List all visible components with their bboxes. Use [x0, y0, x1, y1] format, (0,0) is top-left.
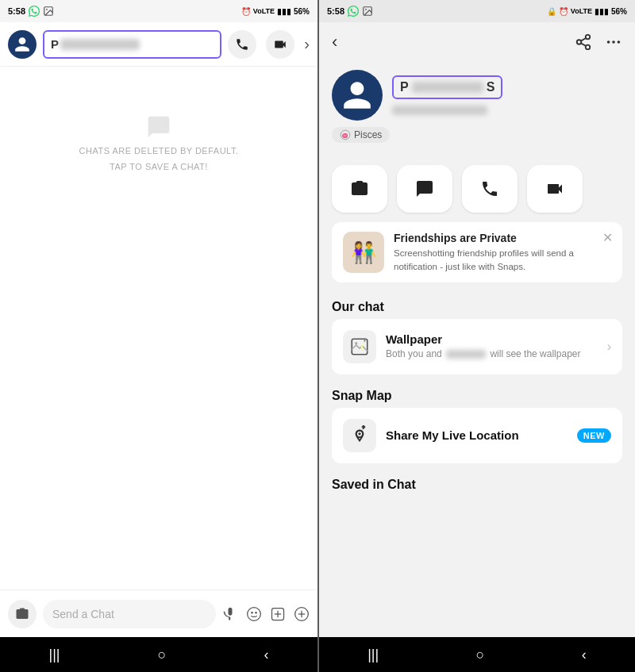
zodiac-icon: ♓: [340, 129, 351, 140]
action-video-icon: [545, 179, 564, 198]
profile-username-blur: [392, 106, 487, 115]
new-badge: NEW: [577, 428, 611, 443]
empty-chat-icon: [146, 114, 171, 140]
right-alarm-icon: ⏰: [559, 7, 568, 16]
right-lock-icon: 🔒: [547, 7, 556, 16]
chat-action-btn[interactable]: [397, 165, 452, 213]
right-nav-back-icon[interactable]: ‹: [582, 647, 587, 663]
right-status-left: 5:58: [327, 6, 373, 17]
mic-icon[interactable]: [222, 606, 238, 622]
profile-name-box: P S: [392, 75, 502, 99]
right-nav-home-icon[interactable]: ○: [476, 647, 485, 663]
right-gallery-icon: [362, 6, 373, 17]
right-signal: ▮▮▮: [595, 7, 609, 16]
wallpaper-sub-start: Both you and: [386, 348, 442, 359]
chat-input-placeholder: Send a Chat: [52, 608, 114, 620]
top-bar-icons: ›: [228, 30, 310, 59]
video-icon: [273, 37, 287, 52]
bitmoji-icon[interactable]: [246, 606, 262, 622]
back-button[interactable]: ‹: [332, 32, 337, 52]
friendship-banner: 👫 Friendships are Private Screenshotting…: [332, 222, 622, 282]
camera-button[interactable]: [8, 600, 37, 628]
avatar-large-person-icon: [341, 79, 374, 112]
left-nav-bar: ||| ○ ‹: [0, 637, 318, 672]
friendship-image: 👫: [343, 232, 384, 273]
gallery-icon: [43, 6, 54, 17]
nav-recent-icon[interactable]: |||: [49, 647, 60, 663]
location-pin-icon: [349, 425, 370, 446]
action-phone-icon: [480, 179, 499, 198]
right-chevron-icon[interactable]: ›: [304, 35, 310, 53]
left-battery: 56%: [294, 7, 310, 16]
svg-text:♓: ♓: [342, 132, 348, 139]
sticker-icon[interactable]: [270, 606, 286, 622]
wallpaper-sub-end: will see the wallpaper: [490, 348, 580, 359]
zodiac-label: Pisces: [354, 129, 382, 140]
profile-section: P S ♓ Pisces: [319, 62, 635, 156]
svg-point-19: [612, 40, 615, 44]
phone-action-btn[interactable]: [462, 165, 518, 213]
avatar-small[interactable]: [8, 30, 37, 59]
svg-point-14: [577, 40, 582, 44]
svg-point-26: [358, 432, 360, 435]
right-status-right: 🔒 ⏰ VoLTE ▮▮▮ 56%: [547, 7, 627, 16]
share-icon[interactable]: [575, 33, 592, 51]
avatar-person-icon: [13, 36, 31, 53]
profile-name-suffix: S: [487, 80, 495, 94]
svg-point-12: [365, 9, 367, 10]
svg-point-3: [251, 612, 253, 614]
chat-empty-area: CHATS ARE DELETED BY DEFAULT. TAP TO SAV…: [0, 67, 318, 589]
left-time: 5:58: [8, 6, 25, 16]
add-icon[interactable]: [294, 606, 310, 622]
nav-back-icon[interactable]: ‹: [264, 647, 268, 663]
chat-input[interactable]: Send a Chat: [43, 600, 216, 628]
right-nav-recent-icon[interactable]: |||: [368, 647, 379, 663]
right-status-bar: 5:58 🔒 ⏰ VoLTE ▮▮▮ 56%: [319, 0, 635, 22]
phone-button[interactable]: [228, 30, 256, 59]
right-top-bar: ‹: [319, 22, 635, 62]
svg-point-24: [355, 342, 357, 344]
share-location-card[interactable]: Share My Live Location NEW: [332, 408, 622, 463]
profile-name-blur: [412, 82, 483, 93]
right-panel: 5:58 🔒 ⏰ VoLTE ▮▮▮ 56% ‹: [318, 0, 635, 672]
saved-in-chat-header: Saved in Chat: [319, 470, 635, 497]
location-icon-container: [343, 419, 376, 452]
left-signal: ▮▮▮: [277, 7, 291, 16]
wallpaper-text: Wallpaper Both you and will see the wall…: [386, 332, 598, 361]
more-icon[interactable]: [605, 33, 622, 51]
video-button[interactable]: [266, 30, 294, 59]
empty-chat-line2: TAP TO SAVE A CHAT!: [110, 162, 208, 171]
friendship-title: Friendships are Private: [394, 232, 611, 244]
our-chat-header: Our chat: [319, 292, 635, 319]
svg-point-1: [46, 9, 48, 10]
left-bottom-bar: Send a Chat: [0, 589, 318, 637]
left-status-right: ⏰ VoLTE ▮▮▮ 56%: [241, 7, 310, 16]
right-nav-bar: ||| ○ ‹: [319, 637, 635, 672]
svg-line-17: [581, 38, 586, 41]
svg-point-13: [586, 35, 591, 40]
nav-home-icon[interactable]: ○: [158, 647, 167, 663]
right-time: 5:58: [327, 6, 344, 16]
left-name-prefix: P: [51, 37, 59, 51]
svg-point-15: [586, 45, 591, 49]
left-alarm-icon: ⏰: [241, 7, 251, 16]
wallpaper-icon-container: [343, 330, 376, 363]
avatar-large[interactable]: [332, 70, 383, 121]
left-panel: 5:58 ⏰ VoLTE ▮▮▮ 56% P ›: [0, 0, 318, 672]
action-camera-icon: [350, 179, 369, 198]
wallpaper-sub: Both you and will see the wallpaper: [386, 348, 598, 361]
zodiac-badge: ♓ Pisces: [332, 127, 390, 143]
wallpaper-card[interactable]: Wallpaper Both you and will see the wall…: [332, 319, 622, 374]
right-whatsapp-icon: [348, 6, 359, 17]
left-status-bar: 5:58 ⏰ VoLTE ▮▮▮ 56%: [0, 0, 318, 22]
empty-chat-line1: CHATS ARE DELETED BY DEFAULT.: [79, 146, 239, 156]
friendship-text: Friendships are Private Screenshotting f…: [394, 232, 611, 272]
friendship-close-button[interactable]: ✕: [602, 230, 613, 245]
camera-action-btn[interactable]: [332, 165, 387, 213]
svg-point-4: [255, 612, 257, 614]
left-top-bar: P ›: [0, 22, 318, 67]
phone-icon: [235, 37, 249, 52]
wallpaper-name-blur: [446, 350, 486, 359]
video-action-btn[interactable]: [527, 165, 583, 213]
camera-icon: [15, 607, 29, 621]
